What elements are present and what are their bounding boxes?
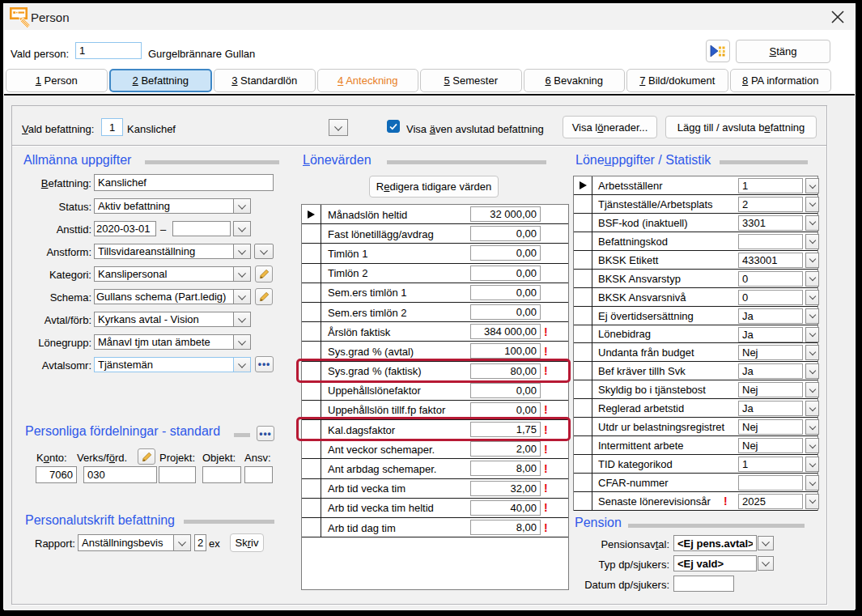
statistics-dropdown-button[interactable] (805, 234, 819, 249)
close-window-button[interactable]: Stäng (736, 40, 830, 63)
salary-value-input[interactable] (470, 266, 541, 281)
statistics-dropdown-button[interactable] (805, 363, 819, 379)
print-button[interactable]: Skriv (230, 533, 264, 552)
schema-edit-button[interactable] (255, 288, 273, 305)
schema-input[interactable] (94, 289, 234, 304)
statistics-row[interactable]: Utdr ur belastningsregistret (574, 418, 817, 436)
statistics-value-input[interactable] (738, 401, 803, 416)
statistics-dropdown-button[interactable] (805, 215, 819, 231)
statistics-value-input[interactable] (738, 438, 803, 453)
statistics-row[interactable]: Reglerad arbetstid (574, 399, 817, 418)
statistics-value-input[interactable] (738, 234, 803, 249)
anstform-input[interactable] (94, 244, 234, 259)
befattning-input[interactable] (94, 174, 274, 191)
salary-row[interactable]: Sem.ers timlön 1 (302, 283, 568, 303)
salary-row[interactable]: Uppehållslönefaktor (302, 381, 568, 401)
statistics-value-input[interactable] (738, 290, 803, 305)
statistics-row[interactable]: BKSK Etikett (574, 251, 817, 270)
statistics-dropdown-button[interactable] (805, 290, 819, 305)
tab-6-bevakning[interactable]: 6 Bevakning (524, 69, 626, 92)
salary-value-input[interactable] (470, 343, 541, 359)
statistics-value-input[interactable] (738, 178, 803, 193)
salary-row[interactable]: Kal.dagsfaktor ! (302, 420, 568, 440)
avtalsomr-dropdown-button[interactable] (233, 357, 251, 372)
statistics-row[interactable]: Tjänsteställe/Arbetsplats (574, 195, 817, 214)
ansttid-dropdown-button[interactable] (233, 221, 251, 236)
salary-row[interactable]: Ant veckor schemaper. ! (302, 440, 568, 459)
salary-value-input[interactable] (470, 245, 541, 261)
distributions-more-button[interactable]: ••• (257, 426, 274, 441)
kategori-dropdown-button[interactable] (233, 266, 251, 282)
konto-input[interactable] (36, 466, 77, 483)
avtalsomr-more-button[interactable]: ••• (255, 356, 274, 372)
statistics-row[interactable]: TID kategorikod (574, 455, 817, 474)
salary-value-input[interactable] (470, 500, 541, 516)
salary-row[interactable]: Månadslön heltid (302, 205, 568, 224)
statistics-value-input[interactable] (738, 215, 803, 231)
statistics-row[interactable]: Senaste lönerevisionsår ! (574, 492, 817, 511)
statistics-dropdown-button[interactable] (805, 197, 819, 212)
kategori-edit-button[interactable] (255, 266, 273, 283)
avtal-forb-input[interactable] (94, 312, 234, 327)
pensionsavtal-input[interactable] (673, 535, 757, 551)
salary-value-input[interactable] (470, 520, 541, 535)
salary-row[interactable]: Sem.ers timlön 2 (302, 303, 568, 322)
statistics-value-input[interactable] (738, 253, 803, 268)
statistics-dropdown-button[interactable] (805, 345, 819, 360)
tab-8-pa-information[interactable]: 8 PA information (730, 69, 832, 92)
statistics-value-input[interactable] (738, 457, 803, 472)
lonegrupp-dropdown-button[interactable] (233, 334, 251, 350)
statistics-value-input[interactable] (738, 419, 803, 435)
salary-row[interactable]: Ant arbdag schemaper. ! (302, 459, 568, 478)
statistics-value-input[interactable] (738, 475, 803, 491)
selected-position-dropdown-button[interactable] (329, 119, 348, 136)
statistics-dropdown-button[interactable] (805, 475, 819, 491)
statistics-row[interactable]: Skyldig bo i tjänstebost (574, 380, 817, 399)
show-salary-rows-button[interactable]: Visa lönerader... (563, 116, 657, 138)
typ-dp-sjukers-input[interactable] (673, 555, 757, 571)
salary-row[interactable]: Sys.grad % (faktisk) ! (302, 362, 568, 381)
status-input[interactable] (94, 198, 234, 214)
statistics-value-input[interactable] (738, 382, 803, 397)
tab-2-befattning[interactable]: 2 Befattning (109, 69, 213, 92)
tab-1-person[interactable]: 1 Person (6, 69, 108, 92)
pensionsavtal-dropdown-button[interactable] (758, 536, 774, 550)
salary-row[interactable]: Timlön 1 (302, 244, 568, 263)
statistics-row[interactable]: Bef kräver tillh Svk (574, 362, 817, 380)
statistics-dropdown-button[interactable] (805, 382, 819, 397)
tab-5-semester[interactable]: 5 Semester (420, 69, 522, 92)
show-ended-checkbox[interactable] (387, 120, 400, 133)
salary-value-input[interactable] (470, 422, 541, 437)
statistics-row[interactable]: Undanta från budget (574, 343, 817, 362)
statistics-dropdown-button[interactable] (805, 419, 819, 435)
datum-dp-sjukers-input[interactable] (673, 576, 734, 592)
statistics-value-input[interactable] (738, 345, 803, 360)
ansttid-to-input[interactable] (172, 221, 231, 236)
rapport-dropdown-button[interactable] (173, 534, 191, 551)
lonegrupp-input[interactable] (94, 334, 234, 350)
salary-row[interactable]: Fast lönetillägg/avdrag (302, 224, 568, 244)
statistics-row[interactable]: Arbetsställenr (574, 176, 817, 195)
statistics-dropdown-button[interactable] (805, 494, 819, 509)
statistics-value-input[interactable] (738, 494, 803, 509)
selected-person-input[interactable] (75, 42, 142, 59)
statistics-dropdown-button[interactable] (805, 178, 819, 193)
schema-dropdown-button[interactable] (233, 289, 251, 304)
avtalsomr-input[interactable] (94, 357, 234, 372)
tab-3-standardl-n[interactable]: 3 Standardlön (214, 69, 316, 92)
salary-value-input[interactable] (470, 324, 541, 339)
ansttid-from-input[interactable] (94, 221, 156, 236)
salary-value-input[interactable] (470, 226, 541, 241)
salary-row[interactable]: Arb tid vecka tim ! (302, 479, 568, 499)
statistics-row[interactable]: Lönebidrag (574, 325, 817, 344)
copies-input[interactable] (194, 534, 206, 551)
salary-row[interactable]: Arb tid vecka tim heltid ! (302, 499, 568, 518)
salary-value-input[interactable] (470, 285, 541, 300)
ansv-input[interactable] (244, 466, 273, 483)
anstform-extra-dropdown-button[interactable] (254, 244, 274, 259)
statistics-value-input[interactable] (738, 271, 803, 287)
salary-row[interactable]: Årslön faktisk ! (302, 322, 568, 342)
statistics-dropdown-button[interactable] (805, 401, 819, 416)
salary-row[interactable]: Timlön 2 (302, 264, 568, 283)
show-ended-checkbox-label[interactable]: Visa även avslutad befattning (406, 123, 544, 135)
